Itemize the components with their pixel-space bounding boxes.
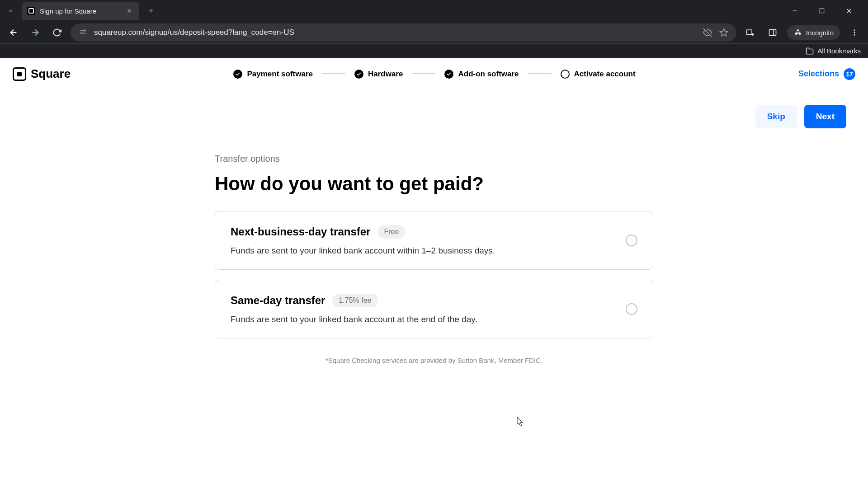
page-heading: How do you want to get paid? [215,173,653,195]
folder-icon [806,47,814,55]
svg-point-17 [752,34,753,35]
svg-rect-18 [769,29,776,35]
option-content: Same-day transfer 1.75% fee Funds are se… [231,294,615,324]
selections-label: Selections [798,69,839,79]
side-panel-icon[interactable] [764,24,781,41]
incognito-badge[interactable]: Incognito [787,25,840,40]
all-bookmarks-button[interactable]: All Bookmarks [806,47,861,55]
svg-point-11 [84,30,85,31]
url-text: squareup.com/signup/us/deposit-speed?lan… [94,28,697,37]
window-controls [787,3,864,19]
footnote-text: *Square Checking services are provided b… [215,357,653,364]
app-header: Square Payment software Hardware [0,58,868,90]
circle-icon [561,70,570,79]
incognito-icon [793,28,802,37]
bookmarks-bar: All Bookmarks [0,43,868,58]
content-area: Transfer options How do you want to get … [215,154,653,364]
action-row: Skip Next [0,90,868,136]
forward-button[interactable] [27,24,43,41]
incognito-label: Incognito [806,29,834,37]
close-tab-icon[interactable] [125,6,134,15]
svg-point-21 [854,32,855,33]
option-same-day[interactable]: Same-day transfer 1.75% fee Funds are se… [215,280,653,338]
browser-tab[interactable]: Sign up for Square [22,2,139,20]
step-addon-software[interactable]: Add-on software [444,70,519,79]
bookmark-star-icon[interactable] [718,27,729,38]
page-subtitle: Transfer options [215,154,653,164]
svg-point-13 [81,33,82,34]
browser-chrome: Sign up for Square [0,0,868,58]
tab-title: Sign up for Square [40,7,96,15]
radio-icon[interactable] [626,235,637,246]
step-connector [412,74,435,74]
site-settings-icon[interactable] [78,27,89,38]
tab-favicon-icon [27,7,35,15]
toolbar-right: Incognito [742,24,863,41]
option-content: Next-business-day transfer Free Funds ar… [231,225,615,256]
square-logo[interactable]: Square [13,67,71,81]
skip-button[interactable]: Skip [755,105,797,128]
option-badge: 1.75% fee [332,294,377,307]
back-button[interactable] [5,24,22,41]
minimize-button[interactable] [787,3,803,19]
step-hardware[interactable]: Hardware [354,70,403,79]
selections-button[interactable]: Selections 17 [798,68,855,80]
address-bar[interactable]: squareup.com/signup/us/deposit-speed?lan… [71,23,736,42]
tab-search-dropdown[interactable] [4,4,18,18]
selections-count-badge: 17 [844,68,855,80]
new-tab-button[interactable] [143,3,159,19]
media-control-icon[interactable] [742,24,758,41]
maximize-button[interactable] [814,3,830,19]
radio-icon[interactable] [626,303,637,315]
next-button[interactable]: Next [804,105,846,128]
svg-marker-15 [720,29,728,36]
svg-rect-16 [747,30,752,34]
eye-off-icon[interactable] [702,27,713,38]
option-title: Next-business-day transfer [231,225,370,238]
step-connector [322,74,345,74]
svg-point-20 [854,29,855,31]
option-title-row: Same-day transfer 1.75% fee [231,294,615,307]
page-content: Square Payment software Hardware [0,58,868,364]
option-title-row: Next-business-day transfer Free [231,225,615,239]
square-logo-text: Square [31,67,71,81]
option-badge: Free [377,225,405,239]
reload-button[interactable] [49,24,65,41]
step-activate-account[interactable]: Activate account [561,70,636,79]
check-icon [354,70,363,79]
step-label: Payment software [247,70,313,79]
check-icon [444,70,453,79]
svg-rect-5 [820,9,824,13]
option-next-business-day[interactable]: Next-business-day transfer Free Funds ar… [215,211,653,270]
option-description: Funds are sent to your linked bank accou… [231,314,615,324]
option-description: Funds are sent to your linked bank accou… [231,246,615,256]
option-title: Same-day transfer [231,294,325,307]
address-bar-row: squareup.com/signup/us/deposit-speed?lan… [0,22,868,43]
cursor-icon [517,417,524,427]
close-window-button[interactable] [841,3,857,19]
step-label: Add-on software [458,70,519,79]
browser-menu-icon[interactable] [846,24,863,41]
check-icon [233,70,242,79]
step-label: Activate account [574,70,636,79]
svg-point-22 [854,34,855,36]
step-connector [528,74,552,74]
square-logo-icon [13,67,26,81]
step-label: Hardware [368,70,403,79]
step-payment-software[interactable]: Payment software [233,70,313,79]
all-bookmarks-label: All Bookmarks [817,47,861,55]
tab-bar: Sign up for Square [0,0,868,22]
progress-stepper: Payment software Hardware Add-on softwar… [233,70,635,79]
